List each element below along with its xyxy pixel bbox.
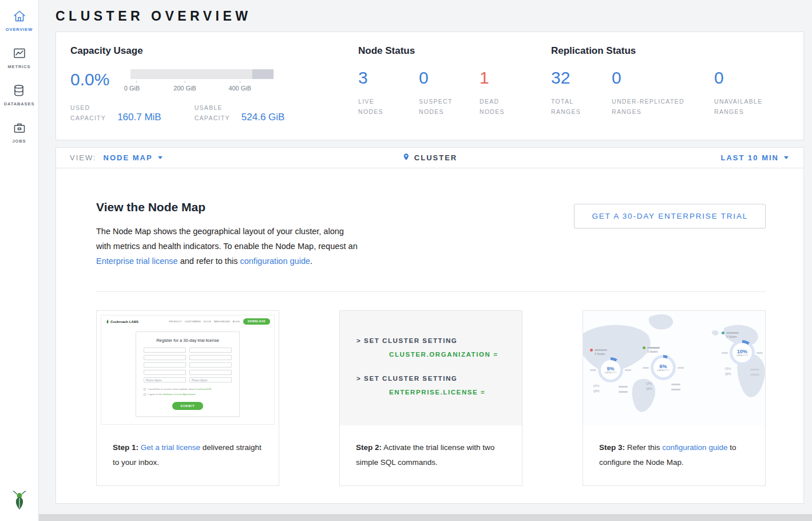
sidebar: OVERVIEW METRICS DATABASES [0, 0, 39, 521]
step-1-card: Cockroach LABS PRODUCT CUSTOMERS DOCS RE… [96, 310, 279, 486]
cockroach-logo-small [106, 319, 109, 324]
get-trial-license-link[interactable]: Get a trial license [141, 443, 200, 452]
capacity-bar-segment [252, 69, 274, 79]
databases-icon [12, 84, 26, 97]
metrics-icon [13, 46, 26, 60]
cockroach-labs-brand: Cockroach LABS [106, 319, 138, 324]
sidebar-item-label: JOBS [12, 139, 26, 144]
map-region-1: 3 Nodes 9%CAPACITY CPU QPS [590, 349, 631, 394]
cluster-summary-panel: Capacity Usage 0.0% 0 GiB 200 GiB 400 Gi… [56, 31, 804, 140]
under-replicated-ranges-stat: 0 UNDER-REPLICATEDRANGES [612, 69, 705, 117]
axis-tick: 400 GiB [228, 85, 251, 92]
total-ranges-stat: 32 TOTALRANGES [551, 69, 603, 117]
app-root: OVERVIEW METRICS DATABASES [0, 0, 812, 521]
axis-tick: 200 GiB [173, 85, 196, 92]
used-capacity-label: USEDCAPACITY [70, 102, 106, 124]
dead-nodes-stat: 1 DEADNODES [480, 69, 531, 117]
sql-code-snippet: > SET CLUSTER SETTING CLUSTER.ORGANIZATI… [340, 311, 522, 425]
page-title: CLUSTER OVERVIEW [39, 0, 812, 31]
node-status-section: Node Status 3 LIVENODES 0 SUSPECTNODES 1… [358, 45, 551, 124]
capacity-donut: 6%CAPACITY [651, 355, 676, 380]
jobs-icon [13, 121, 26, 135]
registration-screenshot: Cockroach LABS PRODUCT CUSTOMERS DOCS RE… [97, 311, 279, 425]
region-dot [590, 349, 593, 352]
sidebar-item-label: DATABASES [4, 101, 35, 106]
step-2-caption: Step 2: Activate the trial license with … [340, 425, 522, 471]
main-content: CLUSTER OVERVIEW Capacity Usage 0.0% 0 G… [39, 0, 812, 521]
divider [96, 291, 766, 292]
mini-download-button: DOWNLOAD [243, 318, 270, 325]
node-status-title: Node Status [358, 45, 551, 57]
enterprise-trial-license-link[interactable]: Enterprise trial license [96, 256, 178, 266]
chevron-down-icon [784, 156, 789, 159]
usable-capacity-label: USABLECAPACITY [195, 102, 230, 124]
step-3-caption: Step 3: Refer this configuration guide t… [583, 425, 765, 471]
used-capacity-value: 160.7 MiB [117, 112, 161, 124]
mini-submit-button: SUBMIT [172, 402, 203, 410]
view-label: VIEW: [70, 153, 97, 162]
suspect-nodes-stat: 0 SUSPECTNODES [419, 69, 470, 117]
sidebar-item-jobs[interactable]: JOBS [12, 121, 26, 144]
capacity-donut: 9%CAPACITY [598, 357, 623, 382]
replication-status-section: Replication Status 32 TOTALRANGES 0 UNDE… [551, 45, 798, 124]
region-dot [643, 346, 645, 349]
node-map-title: View the Node Map [96, 200, 359, 214]
map-region-2: 3 Nodes 6%CAPACITY CPU QPS [643, 346, 684, 392]
capacity-bar [130, 69, 274, 79]
enterprise-trial-button[interactable]: GET A 30-DAY ENTERPRISE TRIAL [574, 204, 766, 228]
node-map-description: The Node Map shows the geographical layo… [96, 224, 359, 269]
node-map-panel: View the Node Map The Node Map shows the… [56, 168, 804, 504]
step-3-card: 3 Nodes 9%CAPACITY CPU QPS [583, 310, 766, 486]
sidebar-item-databases[interactable]: DATABASES [4, 84, 35, 106]
capacity-donut: 10%CAPACITY [730, 340, 755, 365]
sidebar-item-overview[interactable]: OVERVIEW [6, 9, 33, 32]
chevron-down-icon [158, 156, 163, 159]
sidebar-item-label: OVERVIEW [6, 27, 33, 32]
mini-nav: PRODUCT CUSTOMERS DOCS RESOURCES BLOG [169, 320, 240, 323]
location-pin-icon [402, 152, 410, 163]
usable-capacity-value: 524.6 GiB [241, 112, 285, 124]
capacity-axis: 0 GiB 200 GiB 400 GiB [130, 81, 274, 94]
cockroachdb-logo [12, 490, 27, 513]
live-nodes-stat: 3 LIVENODES [358, 69, 410, 117]
time-range-selector[interactable]: LAST 10 MIN [721, 153, 789, 162]
configuration-guide-link[interactable]: configuration guide [662, 443, 727, 452]
sidebar-item-metrics[interactable]: METRICS [7, 46, 30, 69]
step-2-card: > SET CLUSTER SETTING CLUSTER.ORGANIZATI… [339, 310, 522, 486]
breadcrumb-cluster: CLUSTER [414, 153, 457, 162]
view-bar: VIEW: NODE MAP CLUSTER LAST 10 MIN [56, 147, 804, 168]
capacity-percent: 0.0% [70, 71, 130, 88]
capacity-usage-title: Capacity Usage [70, 45, 358, 57]
node-map-preview: 3 Nodes 9%CAPACITY CPU QPS [583, 311, 765, 425]
mini-registration-form: Register for a 30-day trial license Phon… [136, 331, 240, 417]
sidebar-item-label: METRICS [7, 64, 30, 69]
region-dot [722, 331, 724, 334]
axis-tick: 0 GiB [124, 85, 140, 92]
step-1-caption: Step 1: Get a trial license delivered st… [97, 425, 279, 471]
capacity-bar-chart: 0 GiB 200 GiB 400 GiB [130, 69, 274, 94]
unavailable-ranges-stat: 0 UNAVAILABLERANGES [714, 69, 789, 117]
replication-status-title: Replication Status [551, 45, 798, 57]
view-selector[interactable]: NODE MAP [104, 153, 163, 162]
capacity-usage-section: Capacity Usage 0.0% 0 GiB 200 GiB 400 Gi… [70, 45, 358, 124]
map-region-3: 3 Nodes 10%CAPACITY CPU QPS [722, 331, 763, 377]
home-icon [13, 9, 26, 23]
configuration-guide-link[interactable]: configuration guide [240, 256, 310, 266]
